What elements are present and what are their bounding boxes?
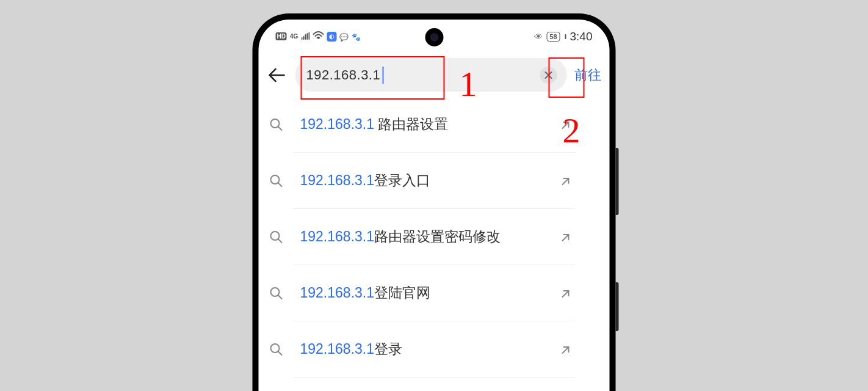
suggestion-text: 192.168.3.1登陆官网 xyxy=(300,283,557,302)
suggestion-item[interactable]: 192.168.3.1登录 xyxy=(293,321,576,378)
suggestion-item[interactable]: 192.168.3.1 路由器设置 xyxy=(293,97,576,153)
text-cursor xyxy=(382,67,383,84)
address-bar-row: 192.168.3.1 前往 xyxy=(259,53,610,97)
suggestion-list: 192.168.3.1 路由器设置 192.168.3.1登录入口 192.16… xyxy=(259,97,610,378)
hd-icon: HD xyxy=(276,32,287,40)
suggestion-text: 192.168.3.1登录入口 xyxy=(300,171,557,190)
message-icon xyxy=(339,31,349,43)
suggestion-text: 192.168.3.1登录 xyxy=(300,340,557,359)
suggestion-text: 192.168.3.1 路由器设置 xyxy=(300,115,557,134)
url-input-value: 192.168.3.1 xyxy=(306,67,381,83)
search-icon xyxy=(269,174,284,188)
network-4g-icon: 4G xyxy=(290,33,298,40)
search-icon xyxy=(269,117,284,132)
phone-screen: HD 4G ◐ 58 3:40 192.168.3.1 xyxy=(259,20,610,391)
wifi-icon xyxy=(313,31,324,43)
suggestion-item[interactable]: 192.168.3.1路由器设置密码修改 xyxy=(293,209,576,265)
url-input[interactable]: 192.168.3.1 xyxy=(295,58,567,92)
clear-input-button[interactable] xyxy=(540,67,557,84)
signal-bars-icon xyxy=(301,31,309,43)
fill-arrow-icon[interactable] xyxy=(557,343,576,356)
fill-arrow-icon[interactable] xyxy=(557,119,576,131)
search-icon xyxy=(269,230,284,244)
fill-arrow-icon[interactable] xyxy=(557,175,576,187)
battery-icon: 58 xyxy=(546,32,560,42)
search-icon xyxy=(269,286,284,301)
svg-point-0 xyxy=(317,38,319,39)
fill-arrow-icon[interactable] xyxy=(557,231,576,243)
go-button[interactable]: 前往 xyxy=(572,62,604,88)
suggestion-item[interactable]: 192.168.3.1登陆官网 xyxy=(293,265,576,321)
eye-icon xyxy=(534,31,543,43)
suggestion-text: 192.168.3.1路由器设置密码修改 xyxy=(300,227,557,246)
search-icon xyxy=(269,342,284,357)
paw-icon xyxy=(352,31,361,43)
camera-notch xyxy=(425,28,443,46)
suggestion-item[interactable]: 192.168.3.1登录入口 xyxy=(293,153,576,209)
fill-arrow-icon[interactable] xyxy=(557,287,576,299)
back-button[interactable] xyxy=(264,68,291,82)
phone-side-button xyxy=(616,282,619,331)
phone-frame: HD 4G ◐ 58 3:40 192.168.3.1 xyxy=(253,13,616,391)
toggle-icon: ◐ xyxy=(327,32,336,42)
phone-side-button xyxy=(616,148,619,215)
clock: 3:40 xyxy=(570,30,593,43)
